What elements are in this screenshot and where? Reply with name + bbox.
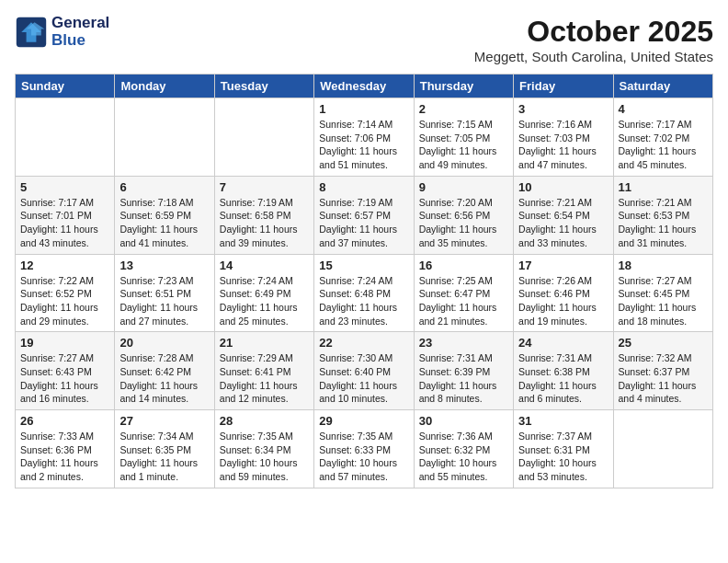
calendar-cell: 21Sunrise: 7:29 AM Sunset: 6:41 PM Dayli… <box>214 332 313 410</box>
calendar-week-row: 12Sunrise: 7:22 AM Sunset: 6:52 PM Dayli… <box>16 254 713 332</box>
calendar-cell: 24Sunrise: 7:31 AM Sunset: 6:38 PM Dayli… <box>514 332 613 410</box>
calendar-cell: 10Sunrise: 7:21 AM Sunset: 6:54 PM Dayli… <box>514 176 613 254</box>
calendar-cell: 6Sunrise: 7:18 AM Sunset: 6:59 PM Daylig… <box>115 176 214 254</box>
day-info: Sunrise: 7:23 AM Sunset: 6:51 PM Dayligh… <box>119 274 209 328</box>
day-info: Sunrise: 7:33 AM Sunset: 6:36 PM Dayligh… <box>20 430 109 484</box>
calendar-cell: 1Sunrise: 7:14 AM Sunset: 7:06 PM Daylig… <box>314 98 414 177</box>
title-block: October 2025 Meggett, South Carolina, Un… <box>474 15 713 64</box>
calendar-cell: 29Sunrise: 7:35 AM Sunset: 6:33 PM Dayli… <box>314 410 414 488</box>
weekday-header: Monday <box>115 75 214 98</box>
day-number: 2 <box>419 102 508 116</box>
day-info: Sunrise: 7:35 AM Sunset: 6:33 PM Dayligh… <box>319 430 408 484</box>
day-info: Sunrise: 7:19 AM Sunset: 6:57 PM Dayligh… <box>319 196 408 250</box>
calendar-cell <box>214 98 313 177</box>
day-info: Sunrise: 7:27 AM Sunset: 6:45 PM Dayligh… <box>619 274 708 328</box>
day-number: 24 <box>518 336 608 350</box>
day-number: 1 <box>319 102 408 116</box>
day-number: 23 <box>419 336 508 350</box>
weekday-header: Tuesday <box>214 75 313 98</box>
calendar-cell: 11Sunrise: 7:21 AM Sunset: 6:53 PM Dayli… <box>613 176 712 254</box>
day-info: Sunrise: 7:34 AM Sunset: 6:35 PM Dayligh… <box>119 430 209 484</box>
day-number: 30 <box>419 414 508 428</box>
day-info: Sunrise: 7:20 AM Sunset: 6:56 PM Dayligh… <box>419 196 508 250</box>
calendar-cell: 25Sunrise: 7:32 AM Sunset: 6:37 PM Dayli… <box>613 332 712 410</box>
day-number: 28 <box>220 414 309 428</box>
calendar-table: SundayMondayTuesdayWednesdayThursdayFrid… <box>15 74 713 488</box>
calendar-cell <box>613 410 712 488</box>
calendar-cell: 23Sunrise: 7:31 AM Sunset: 6:39 PM Dayli… <box>414 332 513 410</box>
calendar-cell: 31Sunrise: 7:37 AM Sunset: 6:31 PM Dayli… <box>514 410 613 488</box>
calendar-cell: 4Sunrise: 7:17 AM Sunset: 7:02 PM Daylig… <box>613 98 712 177</box>
weekday-header: Sunday <box>16 75 115 98</box>
calendar-week-row: 1Sunrise: 7:14 AM Sunset: 7:06 PM Daylig… <box>16 98 713 177</box>
day-info: Sunrise: 7:22 AM Sunset: 6:52 PM Dayligh… <box>20 274 109 328</box>
calendar-cell: 17Sunrise: 7:26 AM Sunset: 6:46 PM Dayli… <box>514 254 613 332</box>
calendar-cell: 20Sunrise: 7:28 AM Sunset: 6:42 PM Dayli… <box>115 332 214 410</box>
day-number: 5 <box>20 180 109 194</box>
calendar-cell: 30Sunrise: 7:36 AM Sunset: 6:32 PM Dayli… <box>414 410 513 488</box>
weekday-header: Saturday <box>613 75 712 98</box>
day-info: Sunrise: 7:27 AM Sunset: 6:43 PM Dayligh… <box>20 351 109 406</box>
calendar-cell: 7Sunrise: 7:19 AM Sunset: 6:58 PM Daylig… <box>214 176 313 254</box>
calendar-cell: 18Sunrise: 7:27 AM Sunset: 6:45 PM Dayli… <box>613 254 712 332</box>
calendar-cell: 3Sunrise: 7:16 AM Sunset: 7:03 PM Daylig… <box>514 98 613 177</box>
day-info: Sunrise: 7:21 AM Sunset: 6:53 PM Dayligh… <box>619 196 708 250</box>
logo-icon <box>15 16 48 49</box>
day-number: 11 <box>619 180 708 194</box>
weekday-header: Wednesday <box>314 75 414 98</box>
day-number: 18 <box>619 259 708 272</box>
day-number: 31 <box>518 414 608 428</box>
day-info: Sunrise: 7:29 AM Sunset: 6:41 PM Dayligh… <box>220 351 309 406</box>
day-number: 21 <box>220 336 309 350</box>
calendar-cell: 13Sunrise: 7:23 AM Sunset: 6:51 PM Dayli… <box>115 254 214 332</box>
calendar-cell: 2Sunrise: 7:15 AM Sunset: 7:05 PM Daylig… <box>414 98 513 177</box>
page-header: General Blue October 2025 Meggett, South… <box>15 15 713 64</box>
calendar-cell: 12Sunrise: 7:22 AM Sunset: 6:52 PM Dayli… <box>16 254 115 332</box>
day-info: Sunrise: 7:35 AM Sunset: 6:34 PM Dayligh… <box>220 430 309 484</box>
day-info: Sunrise: 7:17 AM Sunset: 7:01 PM Dayligh… <box>20 196 109 250</box>
logo: General Blue <box>15 15 109 49</box>
day-number: 22 <box>319 336 408 350</box>
day-info: Sunrise: 7:26 AM Sunset: 6:46 PM Dayligh… <box>518 274 608 328</box>
calendar-cell: 27Sunrise: 7:34 AM Sunset: 6:35 PM Dayli… <box>115 410 214 488</box>
day-number: 26 <box>20 414 109 428</box>
weekday-header-row: SundayMondayTuesdayWednesdayThursdayFrid… <box>16 75 713 98</box>
day-info: Sunrise: 7:37 AM Sunset: 6:31 PM Dayligh… <box>518 430 608 484</box>
day-number: 7 <box>220 180 309 194</box>
day-number: 14 <box>220 259 309 272</box>
day-info: Sunrise: 7:17 AM Sunset: 7:02 PM Dayligh… <box>619 118 708 172</box>
day-number: 29 <box>319 414 408 428</box>
day-info: Sunrise: 7:14 AM Sunset: 7:06 PM Dayligh… <box>319 118 408 172</box>
day-info: Sunrise: 7:28 AM Sunset: 6:42 PM Dayligh… <box>119 351 209 406</box>
day-info: Sunrise: 7:25 AM Sunset: 6:47 PM Dayligh… <box>419 274 508 328</box>
day-info: Sunrise: 7:30 AM Sunset: 6:40 PM Dayligh… <box>319 351 408 406</box>
day-number: 19 <box>20 336 109 350</box>
day-number: 12 <box>20 259 109 272</box>
day-number: 16 <box>419 259 508 272</box>
day-number: 6 <box>119 180 209 194</box>
day-number: 13 <box>119 259 209 272</box>
calendar-cell: 8Sunrise: 7:19 AM Sunset: 6:57 PM Daylig… <box>314 176 414 254</box>
day-number: 15 <box>319 259 408 272</box>
calendar-cell: 15Sunrise: 7:24 AM Sunset: 6:48 PM Dayli… <box>314 254 414 332</box>
logo-text: General Blue <box>51 15 109 49</box>
calendar-week-row: 26Sunrise: 7:33 AM Sunset: 6:36 PM Dayli… <box>16 410 713 488</box>
day-info: Sunrise: 7:24 AM Sunset: 6:49 PM Dayligh… <box>220 274 309 328</box>
day-info: Sunrise: 7:32 AM Sunset: 6:37 PM Dayligh… <box>619 351 708 406</box>
calendar-cell: 19Sunrise: 7:27 AM Sunset: 6:43 PM Dayli… <box>16 332 115 410</box>
day-number: 9 <box>419 180 508 194</box>
calendar-cell <box>115 98 214 177</box>
calendar-cell: 26Sunrise: 7:33 AM Sunset: 6:36 PM Dayli… <box>16 410 115 488</box>
day-info: Sunrise: 7:16 AM Sunset: 7:03 PM Dayligh… <box>518 118 608 172</box>
calendar-week-row: 5Sunrise: 7:17 AM Sunset: 7:01 PM Daylig… <box>16 176 713 254</box>
day-info: Sunrise: 7:21 AM Sunset: 6:54 PM Dayligh… <box>518 196 608 250</box>
calendar-cell: 5Sunrise: 7:17 AM Sunset: 7:01 PM Daylig… <box>16 176 115 254</box>
day-number: 8 <box>319 180 408 194</box>
calendar-cell: 14Sunrise: 7:24 AM Sunset: 6:49 PM Dayli… <box>214 254 313 332</box>
calendar-cell: 9Sunrise: 7:20 AM Sunset: 6:56 PM Daylig… <box>414 176 513 254</box>
location-subtitle: Meggett, South Carolina, United States <box>474 49 713 64</box>
day-number: 4 <box>619 102 708 116</box>
day-number: 20 <box>119 336 209 350</box>
day-number: 17 <box>518 259 608 272</box>
month-title: October 2025 <box>474 15 713 49</box>
